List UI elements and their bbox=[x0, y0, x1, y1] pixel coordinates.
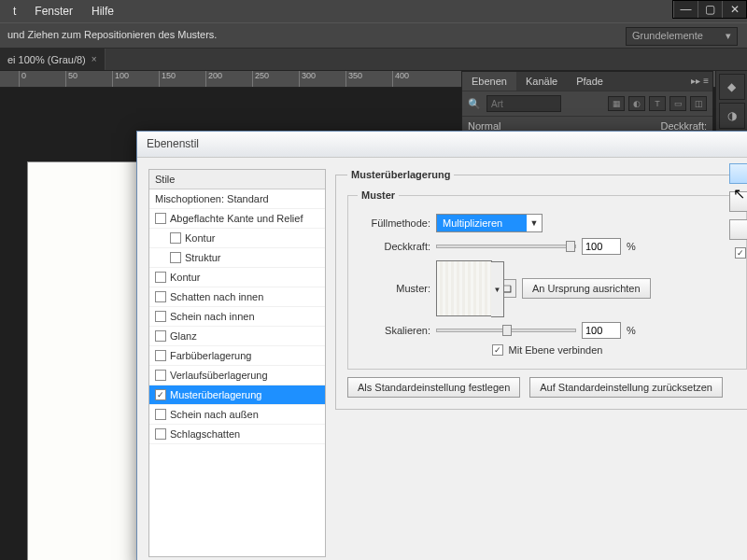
scale-slider[interactable] bbox=[436, 329, 576, 332]
opacity-input[interactable] bbox=[582, 238, 621, 255]
adjust-dock-icon[interactable]: ◑ bbox=[719, 103, 745, 129]
style-checkbox[interactable] bbox=[155, 428, 166, 440]
pattern-label: Muster: bbox=[358, 283, 430, 294]
percent-label: % bbox=[627, 241, 636, 252]
close-icon[interactable]: × bbox=[92, 54, 97, 64]
chevron-down-icon[interactable]: ▼ bbox=[491, 261, 504, 317]
filter-pixel-icon[interactable]: ▦ bbox=[608, 96, 625, 111]
ruler-tick: 100 bbox=[112, 71, 159, 87]
style-checkbox[interactable] bbox=[170, 232, 181, 244]
chevron-down-icon: ▼ bbox=[527, 218, 542, 228]
search-icon: 🔍 bbox=[468, 98, 481, 110]
reset-default-button[interactable]: Auf Standardeinstellung zurücksetzen bbox=[529, 377, 723, 398]
style-item-label: Kontur bbox=[170, 272, 200, 283]
ok-button[interactable] bbox=[729, 163, 747, 184]
pattern-overlay-group: Musterüberlagerung Muster Füllmethode: M… bbox=[335, 169, 747, 410]
style-item-label: Kontur bbox=[185, 232, 215, 244]
document-tab-row: ei 100% (Grau/8) × bbox=[0, 49, 747, 71]
style-item-label: Schein nach außen bbox=[170, 409, 259, 420]
document-tab[interactable]: ei 100% (Grau/8) × bbox=[0, 49, 106, 70]
scale-input[interactable] bbox=[582, 322, 621, 339]
menubar: t Fenster Hilfe bbox=[0, 0, 747, 22]
snap-origin-button[interactable]: An Ursprung ausrichten bbox=[522, 278, 651, 299]
style-item[interactable]: Farbüberlagerung bbox=[149, 346, 325, 366]
make-default-button[interactable]: Als Standardeinstellung festlegen bbox=[347, 377, 520, 398]
style-checkbox[interactable] bbox=[155, 330, 166, 342]
layers-dock-icon[interactable]: ◆ bbox=[719, 74, 745, 100]
style-checkbox[interactable] bbox=[155, 409, 166, 420]
layers-panel: Ebenen Kanäle Pfade ▸▸ ≡ 🔍 ▦ ◐ T ▭ ◫ Nor… bbox=[461, 71, 713, 136]
blendmode-label: Füllmethode: bbox=[358, 217, 430, 229]
style-item-label: Farbüberlagerung bbox=[170, 350, 251, 361]
style-item-label: Abgeflachte Kante und Relief bbox=[170, 213, 303, 224]
document-canvas[interactable] bbox=[28, 162, 140, 560]
blendmode-dropdown[interactable]: Multiplizieren ▼ bbox=[436, 214, 543, 232]
options-bar: und Ziehen zum Repositionieren des Muste… bbox=[0, 22, 747, 49]
style-settings: Musterüberlagerung Muster Füllmethode: M… bbox=[335, 169, 747, 557]
style-checkbox[interactable] bbox=[155, 291, 166, 302]
group-title: Musterüberlagerung bbox=[347, 169, 454, 180]
ruler-tick: 0 bbox=[19, 71, 65, 87]
panel-menu-icon[interactable]: ▸▸ ≡ bbox=[691, 76, 709, 86]
link-layer-label: Mit Ebene verbinden bbox=[509, 344, 603, 356]
ruler-tick: 250 bbox=[252, 71, 299, 87]
filter-shape-icon[interactable]: ▭ bbox=[669, 96, 686, 111]
menu-item[interactable]: Fenster bbox=[25, 5, 82, 18]
style-checkbox[interactable] bbox=[155, 389, 166, 400]
ruler-tick: 400 bbox=[392, 71, 439, 87]
style-item[interactable]: Verlaufsüberlagerung bbox=[149, 366, 325, 385]
cancel-button[interactable]: A bbox=[729, 191, 747, 212]
style-checkbox[interactable] bbox=[155, 350, 166, 361]
style-item[interactable]: Struktur bbox=[149, 248, 325, 268]
blendmode-value: Multiplizieren bbox=[437, 215, 527, 231]
new-style-button[interactable]: N bbox=[729, 219, 747, 240]
minimize-button[interactable]: — bbox=[673, 1, 698, 18]
menu-item[interactable]: t bbox=[4, 5, 25, 18]
style-checkbox[interactable] bbox=[155, 370, 166, 381]
style-item[interactable]: Schein nach außen bbox=[149, 405, 325, 425]
style-checkbox[interactable] bbox=[155, 213, 166, 224]
preview-checkbox[interactable]: ✓ bbox=[735, 247, 746, 259]
style-item-label: Musterüberlagerung bbox=[170, 389, 261, 400]
opacity-label: Deckkraft: bbox=[358, 241, 430, 252]
ruler-tick: 200 bbox=[205, 71, 252, 87]
style-item[interactable]: Glanz bbox=[149, 327, 325, 346]
style-item[interactable]: Schatten nach innen bbox=[149, 287, 325, 307]
style-checkbox[interactable] bbox=[170, 252, 181, 263]
style-item[interactable]: Schlagschatten bbox=[149, 425, 325, 444]
style-item[interactable]: Schein nach innen bbox=[149, 307, 325, 327]
style-item-label: Verlaufsüberlagerung bbox=[170, 370, 268, 381]
style-item[interactable]: Musterüberlagerung bbox=[149, 385, 325, 405]
pattern-swatch[interactable]: ▼ bbox=[436, 260, 492, 316]
tab-channels[interactable]: Kanäle bbox=[516, 72, 567, 91]
ruler-tick: 150 bbox=[159, 71, 205, 87]
style-item-label: Struktur bbox=[185, 252, 221, 263]
style-item[interactable]: Kontur bbox=[149, 229, 325, 248]
layer-style-dialog: Ebenenstil Stile Mischoptionen: Standard… bbox=[136, 131, 747, 560]
link-layer-checkbox[interactable] bbox=[492, 344, 503, 356]
menu-item[interactable]: Hilfe bbox=[82, 5, 123, 18]
filter-adjust-icon[interactable]: ◐ bbox=[628, 96, 645, 111]
preset-dropdown[interactable]: Grundelemente bbox=[626, 27, 738, 46]
style-checkbox[interactable] bbox=[155, 311, 166, 322]
dialog-title: Ebenenstil bbox=[137, 132, 747, 158]
opacity-slider[interactable] bbox=[436, 245, 576, 248]
filter-type-icon[interactable]: T bbox=[649, 96, 666, 111]
blending-options-item[interactable]: Mischoptionen: Standard bbox=[149, 189, 325, 209]
style-checkbox[interactable] bbox=[155, 272, 166, 283]
styles-header: Stile bbox=[149, 170, 325, 189]
filter-smart-icon[interactable]: ◫ bbox=[690, 96, 707, 111]
tab-paths[interactable]: Pfade bbox=[567, 72, 613, 91]
style-item-label: Glanz bbox=[170, 330, 197, 342]
style-item[interactable]: Abgeflachte Kante und Relief bbox=[149, 209, 325, 229]
ruler-tick: 350 bbox=[345, 71, 392, 87]
maximize-button[interactable]: ▢ bbox=[698, 1, 722, 18]
close-button[interactable]: ✕ bbox=[722, 1, 746, 18]
percent-label: % bbox=[627, 325, 636, 336]
tab-layers[interactable]: Ebenen bbox=[462, 72, 516, 91]
ruler-tick: 300 bbox=[299, 71, 345, 87]
options-hint: und Ziehen zum Repositionieren des Muste… bbox=[7, 29, 217, 40]
dialog-action-strip: A N ✓ bbox=[729, 163, 747, 259]
style-item[interactable]: Kontur bbox=[149, 268, 325, 287]
layer-filter-input[interactable] bbox=[486, 95, 561, 112]
